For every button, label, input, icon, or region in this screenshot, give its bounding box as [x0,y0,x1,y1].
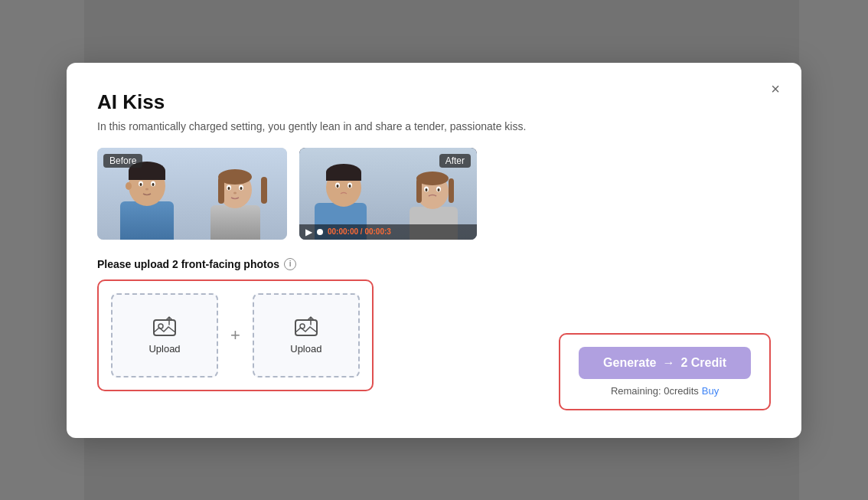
upload-area-wrapper: Upload + Upload [97,279,374,391]
svg-point-31 [337,185,339,188]
before-label: Before [103,154,142,168]
svg-rect-38 [449,178,454,203]
remaining-label: Remaining: 0credits [611,385,699,397]
buy-link[interactable]: Buy [702,385,719,397]
modal-dialog: × AI Kiss In this romantically charged s… [67,63,801,438]
before-preview: Before [97,148,287,240]
svg-rect-45 [295,320,317,335]
svg-point-20 [228,187,230,190]
svg-point-42 [438,188,440,191]
svg-rect-12 [210,205,260,240]
svg-point-9 [152,183,155,186]
upload-icon-1 [152,315,177,337]
upload-icon-2 [294,315,318,337]
generate-label: Generate [603,356,656,370]
preview-row: Before [97,148,771,240]
svg-rect-37 [416,178,422,203]
modal-title: AI Kiss [97,90,771,114]
close-button[interactable]: × [765,78,786,100]
progress-indicator [317,229,323,235]
action-area: Generate → 2 Credit Remaining: 0credits … [559,333,771,410]
generate-button[interactable]: Generate → 2 Credit [579,347,751,379]
svg-rect-1 [120,201,174,240]
upload-label-2: Upload [290,343,321,355]
remaining-info: Remaining: 0credits Buy [611,385,719,397]
close-icon: × [771,81,780,96]
svg-rect-43 [154,320,175,335]
svg-rect-17 [261,177,267,204]
video-controls: ▶ 00:00:00 / 00:00:3 [299,224,477,240]
upload-section-label: Please upload 2 front-facing photos i [97,258,771,270]
svg-rect-16 [218,177,224,204]
svg-point-32 [349,185,351,188]
upload-box-2[interactable]: Upload [253,293,360,377]
after-label: After [439,154,471,168]
credit-label: 2 Credit [680,356,726,370]
svg-point-21 [240,187,243,190]
svg-point-22 [233,191,237,194]
video-timestamp: 00:00:00 / 00:00:3 [328,227,391,236]
svg-point-11 [126,182,132,190]
svg-point-10 [145,188,148,190]
upload-box-1[interactable]: Upload [111,293,218,377]
svg-rect-5 [129,171,165,180]
svg-point-41 [426,188,428,191]
modal-description: In this romantically charged setting, yo… [97,120,771,132]
play-icon[interactable]: ▶ [305,227,312,237]
svg-point-8 [140,183,142,186]
info-icon[interactable]: i [284,258,296,270]
plus-divider: + [230,325,240,345]
svg-rect-28 [326,172,361,181]
upload-label-1: Upload [148,343,180,355]
after-preview: After [299,148,477,240]
arrow-icon: → [662,356,674,370]
